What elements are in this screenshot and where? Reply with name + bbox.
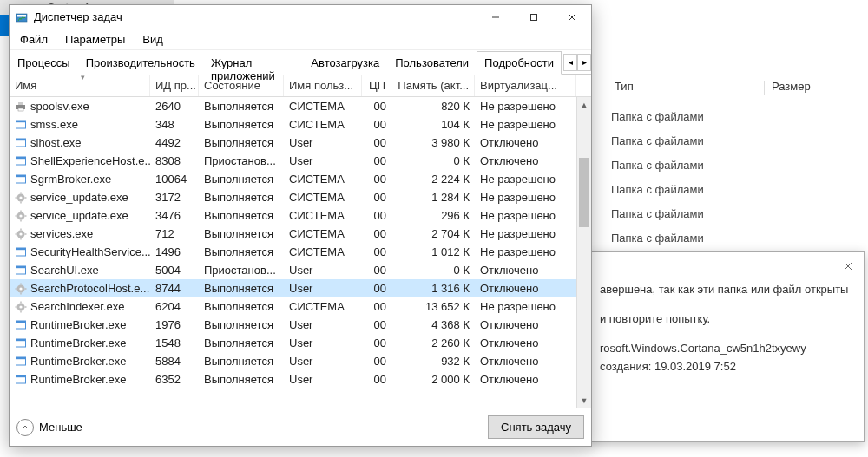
explorer-folder-item[interactable]: Папка с файлами (611, 132, 704, 156)
cell-memory: 820 К (391, 100, 475, 113)
tab-5[interactable]: Подробности (477, 51, 562, 75)
table-row[interactable]: services.exe712ВыполняетсяСИСТЕМА002 704… (10, 225, 576, 243)
cell-status: Выполняется (199, 118, 284, 131)
cell-user: СИСТЕМА (284, 245, 362, 258)
svg-rect-22 (20, 210, 21, 212)
tab-scroll-right-icon[interactable]: ▸ (577, 54, 591, 71)
cell-name: RuntimeBroker.exe (30, 318, 127, 331)
explorer-header-type[interactable]: Тип (608, 76, 764, 99)
close-button[interactable] (553, 5, 591, 29)
scroll-up-icon[interactable]: ▲ (577, 97, 591, 112)
table-row[interactable]: SearchUI.exe5004Приостанов...User000 КОт… (10, 261, 576, 279)
tab-2[interactable]: Журнал приложений (203, 51, 303, 75)
explorer-folder-item[interactable]: Папка с файлами (611, 108, 704, 132)
menu-view[interactable]: Вид (139, 31, 167, 48)
cell-pid: 8744 (150, 282, 199, 295)
close-icon[interactable] (838, 256, 858, 277)
cell-status: Выполняется (199, 191, 284, 204)
colhead-name[interactable]: Имя ▾ (10, 75, 150, 96)
svg-rect-25 (25, 215, 27, 216)
colhead-user[interactable]: Имя польз... (284, 75, 362, 96)
cell-cpu: 00 (362, 282, 391, 295)
table-row[interactable]: SearchIndexer.exe6204ВыполняетсяСИСТЕМА0… (10, 297, 576, 316)
vertical-scrollbar[interactable]: ▲ ▼ (576, 97, 591, 408)
colhead-pid[interactable]: ИД пр... (150, 75, 199, 96)
task-manager-window: Диспетчер задач Файл Параметры Вид Проце… (9, 4, 592, 447)
cell-status: Выполняется (199, 282, 284, 295)
cell-pid: 3476 (150, 209, 199, 222)
svg-rect-7 (16, 121, 26, 122)
fewer-details-icon[interactable] (16, 419, 34, 436)
explorer-folder-item[interactable]: Папка с файлами (611, 205, 704, 229)
cell-user: User (284, 336, 362, 349)
svg-rect-1 (17, 15, 26, 17)
cell-virtualization: Отключено (475, 154, 576, 167)
table-row[interactable]: RuntimeBroker.exe5884ВыполняетсяUser0093… (10, 352, 576, 370)
cell-cpu: 00 (362, 173, 391, 186)
cell-cpu: 00 (362, 209, 391, 222)
colhead-cpu[interactable]: ЦП (362, 75, 391, 96)
svg-rect-18 (16, 197, 17, 198)
maximize-button[interactable] (515, 5, 553, 29)
scroll-down-icon[interactable]: ▼ (577, 393, 591, 408)
table-row[interactable]: RuntimeBroker.exe1548ВыполняетсяUser002 … (10, 334, 576, 352)
table-row[interactable]: SgrmBroker.exe10064ВыполняетсяСИСТЕМА002… (10, 170, 576, 188)
svg-rect-55 (16, 375, 26, 377)
table-row[interactable]: sihost.exe4492ВыполняетсяUser003 980 КОт… (10, 134, 576, 152)
tab-1[interactable]: Производительность (78, 51, 203, 75)
cell-user: СИСТЕМА (284, 300, 362, 313)
minimize-button[interactable] (477, 5, 515, 29)
colhead-virtualization[interactable]: Виртуализац... (475, 75, 576, 96)
cell-user: СИСТЕМА (284, 100, 362, 113)
cell-status: Выполняется (199, 245, 284, 258)
cell-pid: 5884 (150, 355, 199, 368)
cell-virtualization: Отключено (475, 136, 576, 149)
menu-options[interactable]: Параметры (62, 31, 128, 48)
table-row[interactable]: ShellExperienceHost.e...8308Приостанов..… (10, 152, 576, 170)
colhead-memory[interactable]: Память (акт... (391, 75, 475, 96)
cell-virtualization: Не разрешено (475, 118, 576, 131)
titlebar[interactable]: Диспетчер задач (10, 5, 591, 29)
process-icon (15, 192, 27, 204)
footer: Меньше Снять задачу (10, 408, 591, 446)
table-row[interactable]: RuntimeBroker.exe1976ВыполняетсяUser004 … (10, 316, 576, 334)
table-row[interactable]: spoolsv.exe2640ВыполняетсяСИСТЕМА00820 К… (10, 97, 576, 115)
explorer-folder-item[interactable]: Папка с файлами (611, 180, 704, 205)
cell-user: User (284, 282, 362, 295)
cell-cpu: 00 (362, 227, 391, 240)
table-row[interactable]: RuntimeBroker.exe6352ВыполняетсяUser002 … (10, 370, 576, 388)
menu-file[interactable]: Файл (16, 31, 51, 48)
svg-point-21 (19, 214, 22, 217)
cell-name: RuntimeBroker.exe (30, 336, 127, 349)
cell-name: spoolsv.exe (30, 100, 89, 113)
cell-virtualization: Отключено (475, 282, 576, 295)
colhead-status[interactable]: Состояние (199, 75, 284, 96)
process-icon (15, 246, 27, 258)
process-list[interactable]: spoolsv.exe2640ВыполняетсяСИСТЕМА00820 К… (10, 97, 591, 408)
explorer-folder-item[interactable]: Папка с файлами (611, 156, 704, 180)
tab-scroll-left-icon[interactable]: ◂ (563, 54, 577, 71)
explorer-folder-item[interactable]: Папка с файлами (611, 229, 704, 253)
svg-rect-16 (20, 192, 21, 193)
fewer-details-label[interactable]: Меньше (39, 421, 82, 434)
cell-memory: 296 К (391, 209, 475, 222)
tab-3[interactable]: Автозагрузка (303, 51, 387, 75)
table-row[interactable]: service_update.exe3476ВыполняетсяСИСТЕМА… (10, 206, 576, 225)
cell-virtualization: Не разрешено (475, 173, 576, 186)
tab-0[interactable]: Процессы (10, 51, 78, 75)
cell-virtualization: Не разрешено (475, 245, 576, 258)
scrollbar-thumb[interactable] (579, 158, 589, 227)
table-row[interactable]: service_update.exe3172ВыполняетсяСИСТЕМА… (10, 188, 576, 206)
explorer-folder-list: Папка с файламиПапка с файламиПапка с фа… (611, 108, 704, 253)
tab-4[interactable]: Пользователи (387, 51, 477, 75)
svg-rect-24 (16, 215, 17, 216)
table-row[interactable]: smss.exe348ВыполняетсяСИСТЕМА00104 КНе р… (10, 115, 576, 134)
table-row[interactable]: SearchProtocolHost.e...8744ВыполняетсяUs… (10, 279, 576, 297)
svg-rect-19 (25, 197, 27, 198)
table-row[interactable]: SecurityHealthService...1496ВыполняетсяС… (10, 243, 576, 261)
process-icon (15, 283, 27, 295)
svg-rect-5 (18, 108, 23, 111)
end-task-button[interactable]: Снять задачу (488, 415, 584, 439)
cell-user: User (284, 355, 362, 368)
explorer-header-size[interactable]: Размер (765, 76, 818, 99)
